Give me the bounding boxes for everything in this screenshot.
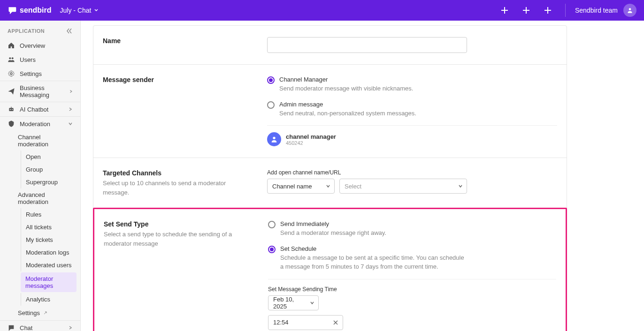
row-left: Set Send Type Select a send type to sche…: [104, 220, 268, 330]
date-value: Feb 10, 2025: [273, 296, 305, 310]
field-title: Set Send Type: [104, 220, 268, 228]
divider: [267, 125, 557, 126]
chevron-down-icon: [458, 184, 463, 188]
radio-channel-manager[interactable]: Channel Manager Send moderator message w…: [267, 76, 557, 93]
field-title: Message sender: [103, 76, 267, 83]
sidebar-label: Moderation: [20, 120, 50, 128]
select-row: Channel name Select: [267, 179, 557, 194]
home-icon: [8, 42, 15, 49]
time-input[interactable]: 12:54: [268, 315, 343, 330]
sidebar-subitem-analytics[interactable]: Analytics: [21, 293, 80, 306]
chevron-right-icon: [69, 89, 73, 94]
select-placeholder: Select: [345, 183, 361, 190]
robot-icon: [8, 105, 15, 113]
person-icon: [270, 135, 278, 143]
channel-select[interactable]: Select: [339, 179, 467, 194]
sidebar-label: AI Chatbot: [20, 106, 48, 113]
collapse-icon[interactable]: [65, 27, 73, 35]
chevron-down-icon: [326, 184, 330, 188]
row-left: Message sender: [103, 76, 267, 146]
sidebar-section-header: APPLICATION: [0, 21, 80, 38]
gear-icon: [8, 70, 15, 77]
shield-icon: [8, 120, 15, 128]
radio-text: Channel Manager Send moderator message w…: [279, 76, 413, 93]
row-right: Channel Manager Send moderator message w…: [267, 76, 557, 146]
send-icon: [8, 88, 15, 95]
svg-point-1: [9, 57, 11, 59]
svg-rect-4: [9, 108, 13, 111]
chevron-down-icon: [94, 8, 99, 13]
radio-title: Channel Manager: [279, 76, 413, 83]
row-left: Targeted Channels Select up to 10 channe…: [103, 169, 267, 197]
radio-text: Set Schedule Schedule a message to be se…: [280, 245, 468, 271]
svg-point-0: [629, 8, 631, 10]
channel-type-select[interactable]: Channel name: [267, 179, 335, 194]
plus-icon[interactable]: [522, 6, 530, 15]
sidebar-subitem-moderator-messages[interactable]: Moderator messages: [21, 272, 77, 292]
row-message-sender: Message sender Channel Manager Send mode…: [93, 64, 567, 158]
field-title: Name: [103, 37, 267, 45]
chat-icon: [8, 324, 15, 331]
radio-text: Send Immediately Send a moderator messag…: [280, 220, 386, 238]
date-select[interactable]: Feb 10, 2025: [268, 295, 319, 310]
sidebar-item-business-messaging[interactable]: Business Messaging: [0, 81, 80, 102]
sidebar-item-overview[interactable]: Overview: [0, 38, 80, 53]
chevron-right-icon: [68, 107, 73, 112]
user-avatar[interactable]: [623, 4, 636, 17]
main-content: Name Message sender Channel Manager Se: [81, 21, 644, 331]
sidebar-item-ai-chatbot[interactable]: AI Chatbot: [0, 102, 80, 116]
sidebar-item-users[interactable]: Users: [0, 53, 80, 67]
app-name: July - Chat: [60, 7, 92, 14]
sidebar-subitem-rules[interactable]: Rules: [21, 208, 80, 221]
time-value: 12:54: [273, 319, 289, 326]
team-section: Sendbird team: [565, 4, 636, 17]
radio-icon: [268, 246, 276, 253]
row-right: [267, 37, 557, 53]
row-right: Send Immediately Send a moderator messag…: [268, 220, 556, 330]
radio-text: Admin message Send neutral, non-personal…: [279, 101, 416, 118]
sidebar-subgroup-channel-moderation[interactable]: Channel moderation: [0, 131, 80, 150]
radio-icon: [267, 101, 275, 109]
sidebar-item-settings[interactable]: Settings: [0, 67, 80, 81]
sidebar-moderation-settings[interactable]: Settings: [0, 306, 80, 320]
close-icon[interactable]: [332, 319, 339, 326]
sidebar-item-chat[interactable]: Chat: [0, 321, 80, 331]
sender-user-chip: channel manager 450242: [267, 132, 557, 146]
radio-desc: Send moderator message with visible nick…: [279, 84, 413, 93]
radio-admin-message[interactable]: Admin message Send neutral, non-personal…: [267, 101, 557, 118]
sidebar-label: Users: [20, 56, 36, 63]
svg-point-5: [10, 109, 11, 110]
field-label: Add open channel name/URL: [267, 169, 557, 176]
sidebar-subgroup-advanced-moderation[interactable]: Advanced moderation: [0, 188, 80, 208]
section-label: APPLICATION: [8, 28, 45, 34]
select-value: Channel name: [272, 183, 312, 190]
sidebar-subitem-all-tickets[interactable]: All tickets: [21, 221, 80, 233]
plus-icon[interactable]: [500, 6, 509, 15]
radio-desc: Send neutral, non-personalized system me…: [279, 109, 416, 118]
plus-icon[interactable]: [544, 6, 552, 15]
sidebar-subitem-moderated-users[interactable]: Moderated users: [21, 259, 80, 271]
user-avatar: [267, 132, 281, 146]
radio-send-immediately[interactable]: Send Immediately Send a moderator messag…: [268, 220, 556, 238]
sidebar-subitem-open[interactable]: Open: [21, 150, 80, 163]
top-header: sendbird July - Chat Sendbird team: [0, 0, 644, 21]
chevron-down-icon: [68, 121, 73, 126]
sidebar-subitem-group[interactable]: Group: [21, 163, 80, 176]
name-input[interactable]: [267, 37, 467, 53]
sidebar-subitem-moderation-logs[interactable]: Moderation logs: [21, 246, 80, 259]
sidebar-item-moderation[interactable]: Moderation: [0, 117, 80, 131]
radio-desc: Schedule a message to be sent at a speci…: [280, 253, 468, 271]
row-right: Add open channel name/URL Channel name S…: [267, 169, 557, 197]
team-name[interactable]: Sendbird team: [575, 7, 618, 14]
sidebar-label: Business Messaging: [20, 84, 64, 98]
svg-point-3: [10, 73, 12, 75]
sidebar-subitem-my-tickets[interactable]: My tickets: [21, 233, 80, 246]
app-switcher[interactable]: July - Chat: [60, 7, 99, 14]
radio-set-schedule[interactable]: Set Schedule Schedule a message to be se…: [268, 245, 556, 271]
sidebar: APPLICATION Overview Users Settings Busi…: [0, 21, 81, 331]
sendbird-logo[interactable]: sendbird: [8, 6, 52, 15]
header-actions: [500, 6, 552, 15]
brand-text: sendbird: [20, 6, 52, 15]
field-label: Set Message Sending Time: [268, 286, 556, 293]
sidebar-subitem-supergroup[interactable]: Supergroup: [21, 176, 80, 188]
